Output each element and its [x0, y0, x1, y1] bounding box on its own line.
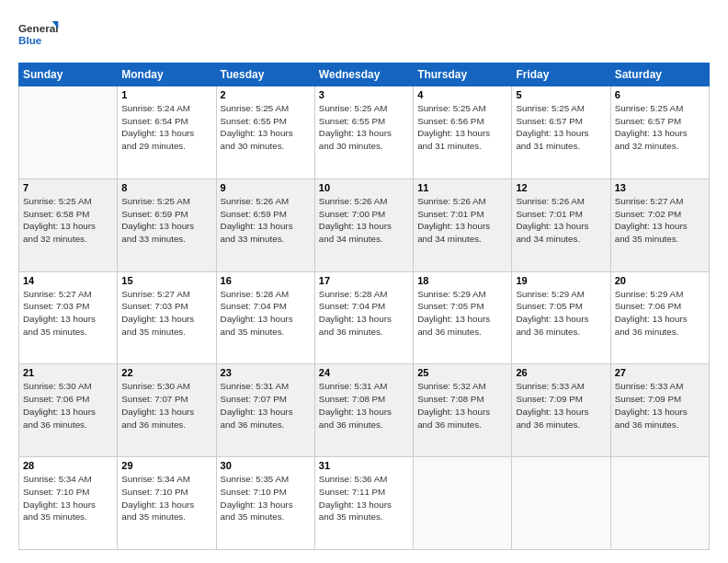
day-info: Sunrise: 5:31 AMSunset: 7:08 PMDaylight:… — [319, 380, 409, 431]
day-number: 21 — [23, 367, 113, 378]
calendar-cell: 27Sunrise: 5:33 AMSunset: 7:09 PMDayligh… — [610, 364, 709, 457]
calendar-table: SundayMondayTuesdayWednesdayThursdayFrid… — [18, 63, 710, 550]
calendar-cell: 3Sunrise: 5:25 AMSunset: 6:55 PMDaylight… — [314, 86, 413, 179]
day-info: Sunrise: 5:25 AMSunset: 6:55 PMDaylight:… — [319, 102, 409, 153]
day-info: Sunrise: 5:26 AMSunset: 7:01 PMDaylight:… — [516, 195, 606, 246]
day-info: Sunrise: 5:28 AMSunset: 7:04 PMDaylight:… — [221, 288, 311, 339]
day-number: 30 — [221, 460, 311, 471]
calendar-cell: 14Sunrise: 5:27 AMSunset: 7:03 PMDayligh… — [19, 271, 118, 364]
weekday-header-sunday: Sunday — [19, 63, 118, 86]
week-row-0: 1Sunrise: 5:24 AMSunset: 6:54 PMDaylight… — [19, 86, 710, 179]
weekday-header-saturday: Saturday — [610, 63, 709, 86]
day-number: 18 — [417, 275, 507, 286]
calendar-cell: 5Sunrise: 5:25 AMSunset: 6:57 PMDaylight… — [512, 86, 610, 179]
day-number: 4 — [417, 89, 507, 100]
day-number: 11 — [417, 182, 507, 193]
calendar-cell — [512, 457, 610, 550]
logo-svg: GeneralBlue — [18, 17, 64, 53]
calendar-cell: 18Sunrise: 5:29 AMSunset: 7:05 PMDayligh… — [414, 271, 512, 364]
weekday-header-friday: Friday — [512, 63, 610, 86]
calendar-cell — [414, 457, 512, 550]
day-info: Sunrise: 5:25 AMSunset: 6:55 PMDaylight:… — [221, 102, 311, 153]
calendar-cell: 2Sunrise: 5:25 AMSunset: 6:55 PMDaylight… — [216, 86, 314, 179]
day-info: Sunrise: 5:26 AMSunset: 7:01 PMDaylight:… — [417, 195, 507, 246]
day-info: Sunrise: 5:25 AMSunset: 6:57 PMDaylight:… — [615, 102, 705, 153]
day-number: 23 — [221, 367, 311, 378]
calendar-cell: 15Sunrise: 5:27 AMSunset: 7:03 PMDayligh… — [118, 271, 216, 364]
day-number: 9 — [221, 182, 311, 193]
day-info: Sunrise: 5:26 AMSunset: 7:00 PMDaylight:… — [319, 195, 409, 246]
day-info: Sunrise: 5:32 AMSunset: 7:08 PMDaylight:… — [417, 380, 507, 431]
weekday-header-monday: Monday — [118, 63, 216, 86]
day-number: 19 — [516, 275, 606, 286]
calendar-cell: 17Sunrise: 5:28 AMSunset: 7:04 PMDayligh… — [314, 271, 413, 364]
day-number: 1 — [121, 89, 211, 100]
day-info: Sunrise: 5:33 AMSunset: 7:09 PMDaylight:… — [516, 380, 606, 431]
day-info: Sunrise: 5:31 AMSunset: 7:07 PMDaylight:… — [221, 380, 311, 431]
calendar-cell: 30Sunrise: 5:35 AMSunset: 7:10 PMDayligh… — [216, 457, 314, 550]
calendar-cell: 25Sunrise: 5:32 AMSunset: 7:08 PMDayligh… — [414, 364, 512, 457]
day-number: 27 — [615, 367, 705, 378]
day-info: Sunrise: 5:25 AMSunset: 6:56 PMDaylight:… — [417, 102, 507, 153]
day-number: 14 — [23, 275, 113, 286]
day-number: 24 — [319, 367, 409, 378]
weekday-header-row: SundayMondayTuesdayWednesdayThursdayFrid… — [19, 63, 710, 86]
day-info: Sunrise: 5:29 AMSunset: 7:05 PMDaylight:… — [417, 288, 507, 339]
weekday-header-wednesday: Wednesday — [314, 63, 413, 86]
calendar-cell: 7Sunrise: 5:25 AMSunset: 6:58 PMDaylight… — [19, 178, 118, 271]
day-info: Sunrise: 5:29 AMSunset: 7:05 PMDaylight:… — [516, 288, 606, 339]
day-number: 17 — [319, 275, 409, 286]
calendar-cell: 29Sunrise: 5:34 AMSunset: 7:10 PMDayligh… — [118, 457, 216, 550]
calendar-cell: 1Sunrise: 5:24 AMSunset: 6:54 PMDaylight… — [118, 86, 216, 179]
day-number: 7 — [23, 182, 113, 193]
day-number: 22 — [121, 367, 211, 378]
day-info: Sunrise: 5:34 AMSunset: 7:10 PMDaylight:… — [121, 473, 211, 523]
calendar-cell: 6Sunrise: 5:25 AMSunset: 6:57 PMDaylight… — [610, 86, 709, 179]
day-number: 16 — [221, 275, 311, 286]
day-number: 26 — [516, 367, 606, 378]
calendar-cell — [610, 457, 709, 550]
calendar-cell: 19Sunrise: 5:29 AMSunset: 7:05 PMDayligh… — [512, 271, 610, 364]
day-number: 25 — [417, 367, 507, 378]
day-info: Sunrise: 5:30 AMSunset: 7:07 PMDaylight:… — [121, 380, 211, 431]
weekday-header-tuesday: Tuesday — [216, 63, 314, 86]
logo: GeneralBlue — [18, 17, 64, 53]
day-info: Sunrise: 5:33 AMSunset: 7:09 PMDaylight:… — [615, 380, 705, 431]
calendar-cell: 4Sunrise: 5:25 AMSunset: 6:56 PMDaylight… — [414, 86, 512, 179]
calendar-cell: 16Sunrise: 5:28 AMSunset: 7:04 PMDayligh… — [216, 271, 314, 364]
day-number: 28 — [23, 460, 113, 471]
calendar-cell: 23Sunrise: 5:31 AMSunset: 7:07 PMDayligh… — [216, 364, 314, 457]
week-row-1: 7Sunrise: 5:25 AMSunset: 6:58 PMDaylight… — [19, 178, 710, 271]
svg-text:General: General — [18, 22, 58, 34]
calendar-cell: 24Sunrise: 5:31 AMSunset: 7:08 PMDayligh… — [314, 364, 413, 457]
day-info: Sunrise: 5:34 AMSunset: 7:10 PMDaylight:… — [23, 473, 113, 523]
day-number: 20 — [615, 275, 705, 286]
calendar-cell: 21Sunrise: 5:30 AMSunset: 7:06 PMDayligh… — [19, 364, 118, 457]
calendar-cell: 26Sunrise: 5:33 AMSunset: 7:09 PMDayligh… — [512, 364, 610, 457]
week-row-2: 14Sunrise: 5:27 AMSunset: 7:03 PMDayligh… — [19, 271, 710, 364]
day-info: Sunrise: 5:27 AMSunset: 7:03 PMDaylight:… — [121, 288, 211, 339]
day-number: 15 — [121, 275, 211, 286]
day-number: 3 — [319, 89, 409, 100]
calendar-cell: 22Sunrise: 5:30 AMSunset: 7:07 PMDayligh… — [118, 364, 216, 457]
day-info: Sunrise: 5:25 AMSunset: 6:59 PMDaylight:… — [121, 195, 211, 246]
day-number: 29 — [121, 460, 211, 471]
calendar-cell: 13Sunrise: 5:27 AMSunset: 7:02 PMDayligh… — [610, 178, 709, 271]
calendar-cell: 28Sunrise: 5:34 AMSunset: 7:10 PMDayligh… — [19, 457, 118, 550]
calendar-cell: 31Sunrise: 5:36 AMSunset: 7:11 PMDayligh… — [314, 457, 413, 550]
week-row-4: 28Sunrise: 5:34 AMSunset: 7:10 PMDayligh… — [19, 457, 710, 550]
calendar-cell: 10Sunrise: 5:26 AMSunset: 7:00 PMDayligh… — [314, 178, 413, 271]
day-info: Sunrise: 5:25 AMSunset: 6:58 PMDaylight:… — [23, 195, 113, 246]
day-number: 13 — [615, 182, 705, 193]
weekday-header-thursday: Thursday — [414, 63, 512, 86]
day-info: Sunrise: 5:35 AMSunset: 7:10 PMDaylight:… — [221, 473, 311, 523]
day-number: 8 — [121, 182, 211, 193]
calendar-page: GeneralBlue SundayMondayTuesdayWednesday… — [0, 0, 728, 563]
calendar-cell: 8Sunrise: 5:25 AMSunset: 6:59 PMDaylight… — [118, 178, 216, 271]
day-number: 10 — [319, 182, 409, 193]
calendar-cell — [19, 86, 118, 179]
day-info: Sunrise: 5:26 AMSunset: 6:59 PMDaylight:… — [221, 195, 311, 246]
day-info: Sunrise: 5:30 AMSunset: 7:06 PMDaylight:… — [23, 380, 113, 431]
day-number: 2 — [221, 89, 311, 100]
day-info: Sunrise: 5:24 AMSunset: 6:54 PMDaylight:… — [121, 102, 211, 153]
